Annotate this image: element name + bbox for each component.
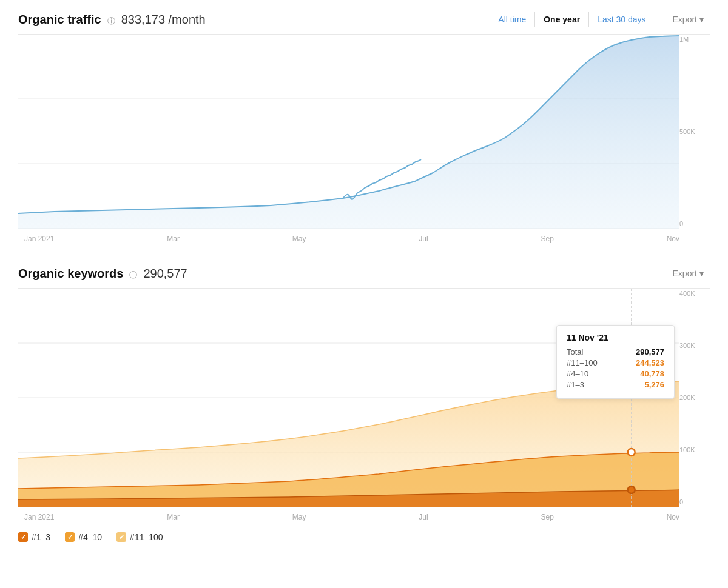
traffic-header: Organic traffic ⓘ 833,173 /month All tim… (18, 12, 710, 27)
tooltip-label-4-10: #4–10 (567, 369, 588, 378)
traffic-area-fill (18, 36, 679, 229)
time-filters: All time One year Last 30 days (490, 12, 654, 27)
tooltip-row-11-100: #11–100 244,523 (567, 358, 664, 367)
organic-traffic-section: Organic traffic ⓘ 833,173 /month All tim… (18, 12, 710, 248)
checkmark-1-3: ✓ (21, 533, 26, 541)
keywords-header: Organic keywords ⓘ 290,577 Export ▾ (18, 266, 710, 281)
legend-item-1-3[interactable]: ✓ #1–3 (18, 532, 50, 542)
traffic-chart-svg (18, 35, 679, 229)
traffic-y-axis: 1M 500K 0 (679, 35, 710, 229)
tooltip-label-1-3: #1–3 (567, 380, 584, 389)
keywords-chart-wrapper: 400K 300K 200K 100K 0 11 Nov '21 Total 2… (18, 289, 710, 509)
dot-4-10 (628, 449, 635, 456)
traffic-x-mar: Mar (167, 235, 180, 248)
traffic-x-sep: Sep (541, 235, 553, 248)
traffic-y-label-1m: 1M (679, 36, 710, 43)
keywords-export-button[interactable]: Export ▾ (667, 266, 710, 281)
kw-y-400k: 400K (679, 290, 710, 297)
organic-keywords-section: Organic keywords ⓘ 290,577 Export ▾ (18, 266, 710, 548)
traffic-chart-area: 1M 500K 0 Jan 2021 Mar May Jul Sep Nov (18, 34, 710, 248)
tooltip-value-total: 290,577 (636, 347, 664, 356)
tooltip-row-4-10: #4–10 40,778 (567, 369, 664, 378)
legend-item-4-10[interactable]: ✓ #4–10 (65, 532, 102, 542)
kw-y-0: 0 (679, 498, 710, 506)
tooltip-row-total: Total 290,577 (567, 347, 664, 356)
traffic-info-icon[interactable]: ⓘ (107, 16, 115, 27)
checkmark-4-10: ✓ (67, 533, 73, 541)
traffic-export-button[interactable]: Export ▾ (667, 12, 710, 27)
tooltip-label-total: Total (567, 347, 583, 356)
filter-last-30[interactable]: Last 30 days (589, 12, 654, 27)
kw-y-100k: 100K (679, 446, 710, 453)
legend-label-1-3: #1–3 (32, 532, 50, 542)
tooltip-date: 11 Nov '21 (567, 333, 664, 342)
traffic-value: 833,173 /month (121, 13, 206, 27)
traffic-title-group: Organic traffic ⓘ 833,173 /month (18, 13, 206, 27)
dot-1-3 (628, 486, 635, 493)
legend-item-11-100[interactable]: ✓ #11–100 (116, 532, 163, 542)
legend-checkbox-1-3[interactable]: ✓ (18, 532, 28, 542)
legend-label-11-100: #11–100 (130, 532, 163, 542)
traffic-title: Organic traffic (18, 13, 101, 27)
kw-x-nov: Nov (667, 513, 679, 526)
traffic-y-label-0: 0 (679, 220, 710, 227)
keywords-title-group: Organic keywords ⓘ 290,577 (18, 267, 187, 281)
keywords-x-axis: Jan 2021 Mar May Jul Sep Nov (18, 509, 710, 526)
tooltip-value-1-3: 5,276 (644, 380, 664, 389)
kw-x-may: May (292, 513, 306, 526)
traffic-y-label-500k: 500K (679, 128, 710, 135)
traffic-x-jul: Jul (419, 235, 428, 248)
tooltip-value-4-10: 40,778 (640, 369, 664, 378)
kw-y-200k: 200K (679, 394, 710, 401)
tooltip-value-11-100: 244,523 (636, 358, 664, 367)
legend-label-4-10: #4–10 (78, 532, 102, 542)
traffic-chart-wrapper: 1M 500K 0 (18, 35, 710, 231)
keywords-legend: ✓ #1–3 ✓ #4–10 ✓ #11–100 (18, 526, 710, 548)
chevron-down-icon-keywords: ▾ (699, 269, 704, 278)
keywords-title: Organic keywords (18, 267, 123, 281)
keywords-value: 290,577 (143, 267, 187, 281)
traffic-x-axis: Jan 2021 Mar May Jul Sep Nov (18, 231, 710, 248)
tooltip-label-11-100: #11–100 (567, 358, 598, 367)
kw-x-jan: Jan 2021 (24, 513, 54, 526)
keywords-y-axis: 400K 300K 200K 100K 0 (679, 289, 710, 507)
kw-x-jul: Jul (419, 513, 428, 526)
traffic-controls: All time One year Last 30 days Export ▾ (490, 12, 710, 27)
chevron-down-icon: ▾ (699, 15, 704, 24)
traffic-x-may: May (292, 235, 306, 248)
kw-y-300k: 300K (679, 342, 710, 349)
checkmark-11-100: ✓ (119, 533, 124, 541)
keywords-chart-area: 400K 300K 200K 100K 0 11 Nov '21 Total 2… (18, 288, 710, 526)
traffic-x-nov: Nov (667, 235, 679, 248)
kw-x-mar: Mar (167, 513, 180, 526)
traffic-x-jan: Jan 2021 (24, 235, 54, 248)
tooltip-row-1-3: #1–3 5,276 (567, 380, 664, 389)
legend-checkbox-11-100[interactable]: ✓ (116, 532, 126, 542)
kw-x-sep: Sep (541, 513, 553, 526)
filter-all-time[interactable]: All time (490, 12, 534, 27)
filter-one-year[interactable]: One year (534, 12, 589, 27)
keywords-info-icon[interactable]: ⓘ (129, 270, 137, 281)
legend-checkbox-4-10[interactable]: ✓ (65, 532, 75, 542)
keywords-tooltip: 11 Nov '21 Total 290,577 #11–100 244,523… (556, 325, 675, 399)
